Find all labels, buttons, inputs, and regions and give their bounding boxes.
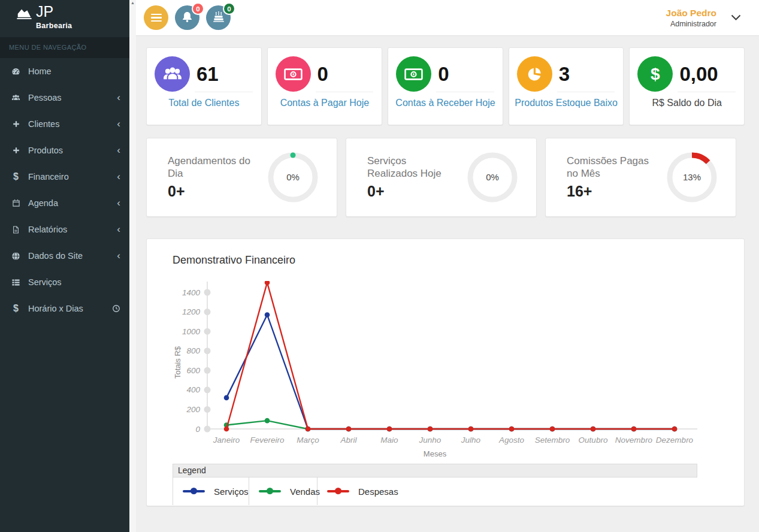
stat-label-link[interactable]: Contas à Pagar Hoje (268, 98, 382, 108)
user-name: João Pedro (666, 8, 716, 19)
plus-icon (9, 146, 23, 155)
sidebar-item-produtos[interactable]: Produtos ‹ (0, 137, 129, 164)
legend-label: Serviços (214, 486, 249, 497)
sidebar-item-horario-x-dias[interactable]: $ Horário x Dias (0, 295, 129, 322)
logo-initials: JP (36, 3, 53, 20)
gauge-value: 16+ (567, 183, 666, 200)
chevron-left-icon: ‹ (117, 120, 120, 128)
sidebar-item-agenda[interactable]: Agenda ‹ (0, 190, 129, 216)
svg-text:Abril: Abril (340, 436, 357, 445)
sidebar-item-financeiro[interactable]: $ Financeiro ‹ (0, 164, 129, 190)
pie-chart-icon (517, 56, 552, 92)
clock-icon (112, 304, 120, 313)
sidebar-item-home[interactable]: Home (0, 58, 129, 84)
legend-item-despesas: Despesas (317, 477, 449, 505)
stat-label-link[interactable]: Produtos Estoque Baixo (509, 98, 624, 108)
stat-card-contas-pagar[interactable]: 0 Contas à Pagar Hoje (267, 47, 383, 125)
app-logo[interactable]: JP Barbearia (0, 0, 129, 37)
gauge-title: Dia (168, 167, 267, 180)
stat-label-link[interactable]: Contas à Receber Hoje (388, 98, 503, 108)
money-bill-icon (276, 56, 311, 92)
stat-value: 3 (559, 63, 570, 86)
dashboard-icon (9, 67, 23, 76)
svg-text:Meses: Meses (424, 449, 447, 458)
content: 61 Total de Clientes 0 Contas à Pagar Ho… (136, 36, 759, 506)
birthday-cake-icon (212, 11, 225, 25)
svg-text:800: 800 (186, 346, 200, 355)
sidebar-scrollbar[interactable]: ▲ (129, 0, 136, 532)
stat-card-total-clientes[interactable]: 61 Total de Clientes (146, 47, 262, 125)
plus-icon (9, 120, 23, 128)
sidebar-item-label: Agenda (28, 198, 58, 208)
chevron-left-icon: ‹ (117, 173, 120, 181)
progress-ring: 0% (267, 152, 319, 203)
svg-text:Junho: Junho (419, 436, 442, 445)
legend-title: Legend (173, 464, 697, 477)
stat-value: 0,00 (679, 63, 718, 86)
bell-icon (181, 11, 193, 25)
dollar-icon: $ (9, 171, 23, 182)
gauge-cards-row: Agendamentos do Dia 0+ 0% Serviços Reali… (146, 138, 745, 217)
gauge-title: no Mês (567, 167, 666, 180)
stat-card-contas-receber[interactable]: 0 Contas à Receber Hoje (388, 47, 503, 125)
svg-text:13%: 13% (683, 172, 701, 182)
chevron-left-icon: ‹ (117, 93, 120, 102)
users-icon (9, 93, 23, 102)
globe-icon (9, 252, 23, 261)
sidebar-item-label: Horário x Dias (28, 304, 83, 313)
gauge-title: Agendamentos do (168, 155, 267, 167)
legend-label: Despesas (358, 486, 398, 497)
svg-text:Setembro: Setembro (535, 436, 570, 445)
svg-text:Março: Março (297, 436, 319, 445)
sidebar-item-servicos[interactable]: Serviços (0, 269, 129, 295)
svg-text:Fevereiro: Fevereiro (250, 436, 285, 445)
sidebar: JP Barbearia MENU DE NAVEGAÇÃO Home Pess… (0, 0, 129, 532)
gauge-value: 0+ (367, 183, 467, 200)
stat-card-estoque-baixo[interactable]: 3 Produtos Estoque Baixo (509, 47, 624, 125)
progress-ring: 0% (467, 152, 518, 203)
divider (195, 92, 253, 92)
birthdays-button[interactable]: 0 (206, 5, 231, 30)
hamburger-icon (151, 14, 162, 22)
svg-text:Agosto: Agosto (498, 436, 525, 445)
sidebar-item-relatorios[interactable]: Relatórios ‹ (0, 216, 129, 243)
sidebar-item-pessoas[interactable]: Pessoas ‹ (0, 84, 129, 111)
user-menu[interactable]: João Pedro Administrador (666, 8, 741, 28)
sidebar-item-label: Relatórios (28, 225, 67, 234)
divider (557, 92, 615, 92)
chevron-left-icon: ‹ (117, 146, 120, 155)
stat-card-saldo-dia[interactable]: $ 0,00 R$ Saldo do Dia (629, 47, 745, 125)
notifications-badge: 0 (192, 2, 204, 15)
chevron-left-icon: ‹ (117, 252, 120, 260)
chevron-left-icon: ‹ (117, 199, 120, 207)
notifications-button[interactable]: 0 (175, 5, 199, 30)
logo-subtitle: Barbearia (36, 22, 72, 30)
svg-text:0%: 0% (486, 172, 499, 182)
svg-text:200: 200 (186, 405, 200, 414)
divider (316, 92, 374, 92)
finance-chart-card: Demonstrativo Financeiro 020040060080010… (146, 238, 745, 506)
sidebar-item-dados-do-site[interactable]: Dados do Site ‹ (0, 243, 129, 269)
stat-value: 61 (196, 63, 219, 86)
gauge-card-servicos-hoje: Serviços Realizados Hoje 0+ 0% (346, 138, 537, 217)
stat-label: R$ Saldo do Dia (630, 98, 744, 108)
legend-item-vendas: Vendas (249, 477, 317, 505)
gauge-title: Serviços (367, 155, 467, 167)
menu-toggle-button[interactable] (144, 5, 168, 30)
main-area: 0 0 João Pedro Administrador (136, 0, 759, 532)
gauge-title: Realizados Hoje (367, 167, 467, 180)
progress-ring: 13% (666, 152, 718, 203)
chart-legend: Legend Serviços Vendas Despesas (173, 464, 697, 505)
svg-text:1200: 1200 (182, 307, 201, 316)
sidebar-item-clientes[interactable]: Clientes ‹ (0, 111, 129, 137)
list-icon (9, 278, 23, 287)
line-marker-icon (327, 490, 349, 492)
dollar-icon: $ (637, 56, 673, 92)
stat-label-link[interactable]: Total de Clientes (147, 98, 261, 108)
gauge-value: 0+ (168, 183, 267, 200)
users-icon (155, 56, 190, 92)
chevron-down-icon (731, 14, 741, 21)
svg-text:600: 600 (186, 366, 200, 375)
gauge-title: Comissões Pagas (567, 155, 666, 167)
svg-text:0%: 0% (286, 172, 300, 182)
